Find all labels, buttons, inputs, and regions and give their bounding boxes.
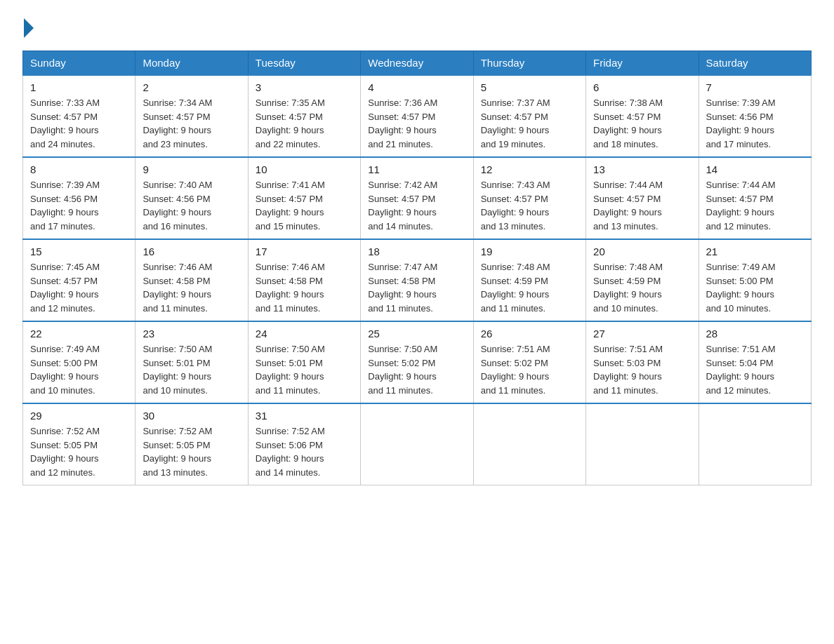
calendar-day-cell: 14 Sunrise: 7:44 AM Sunset: 4:57 PM Dayl… — [699, 157, 811, 239]
day-number: 23 — [143, 328, 240, 340]
day-number: 28 — [706, 328, 804, 340]
calendar-day-cell: 8 Sunrise: 7:39 AM Sunset: 4:56 PM Dayli… — [23, 157, 135, 239]
day-number: 3 — [256, 81, 353, 93]
page-header — [22, 17, 812, 36]
day-number: 18 — [368, 246, 465, 257]
day-info: Sunrise: 7:40 AM Sunset: 4:56 PM Dayligh… — [143, 178, 240, 233]
calendar-day-cell: 21 Sunrise: 7:49 AM Sunset: 5:00 PM Dayl… — [699, 239, 811, 321]
day-info: Sunrise: 7:47 AM Sunset: 4:58 PM Dayligh… — [368, 260, 465, 315]
calendar-day-cell: 16 Sunrise: 7:46 AM Sunset: 4:58 PM Dayl… — [135, 239, 248, 321]
day-number: 14 — [706, 163, 804, 175]
day-info: Sunrise: 7:50 AM Sunset: 5:01 PM Dayligh… — [143, 342, 240, 397]
day-info: Sunrise: 7:46 AM Sunset: 4:58 PM Dayligh… — [143, 260, 240, 315]
day-info: Sunrise: 7:50 AM Sunset: 5:01 PM Dayligh… — [256, 342, 353, 397]
day-number: 2 — [143, 81, 240, 93]
day-info: Sunrise: 7:51 AM Sunset: 5:04 PM Dayligh… — [706, 342, 804, 397]
calendar-day-cell: 2 Sunrise: 7:34 AM Sunset: 4:57 PM Dayli… — [135, 75, 248, 157]
day-info: Sunrise: 7:48 AM Sunset: 4:59 PM Dayligh… — [593, 260, 691, 315]
day-number: 7 — [706, 81, 804, 93]
week-row-2: 8 Sunrise: 7:39 AM Sunset: 4:56 PM Dayli… — [23, 157, 812, 239]
day-info: Sunrise: 7:35 AM Sunset: 4:57 PM Dayligh… — [256, 96, 353, 151]
day-number: 17 — [256, 246, 353, 257]
calendar-day-cell: 22 Sunrise: 7:49 AM Sunset: 5:00 PM Dayl… — [23, 321, 135, 403]
day-info: Sunrise: 7:43 AM Sunset: 4:57 PM Dayligh… — [481, 178, 578, 233]
calendar-day-cell: 5 Sunrise: 7:37 AM Sunset: 4:57 PM Dayli… — [473, 75, 585, 157]
calendar-day-cell: 25 Sunrise: 7:50 AM Sunset: 5:02 PM Dayl… — [361, 321, 473, 403]
calendar-day-cell: 31 Sunrise: 7:52 AM Sunset: 5:06 PM Dayl… — [248, 403, 360, 485]
day-number: 9 — [143, 163, 240, 175]
week-row-1: 1 Sunrise: 7:33 AM Sunset: 4:57 PM Dayli… — [23, 75, 812, 157]
day-number: 12 — [481, 163, 578, 175]
calendar-day-cell: 12 Sunrise: 7:43 AM Sunset: 4:57 PM Dayl… — [473, 157, 585, 239]
day-info: Sunrise: 7:38 AM Sunset: 4:57 PM Dayligh… — [593, 96, 691, 151]
day-number: 20 — [593, 246, 691, 257]
calendar-day-cell: 7 Sunrise: 7:39 AM Sunset: 4:56 PM Dayli… — [699, 75, 811, 157]
calendar-day-cell — [473, 403, 585, 485]
day-number: 24 — [256, 328, 353, 340]
day-info: Sunrise: 7:44 AM Sunset: 4:57 PM Dayligh… — [706, 178, 804, 233]
calendar-day-cell: 1 Sunrise: 7:33 AM Sunset: 4:57 PM Dayli… — [23, 75, 135, 157]
header-friday: Friday — [586, 51, 699, 76]
day-info: Sunrise: 7:51 AM Sunset: 5:02 PM Dayligh… — [481, 342, 578, 397]
calendar-day-cell: 9 Sunrise: 7:40 AM Sunset: 4:56 PM Dayli… — [135, 157, 248, 239]
day-number: 30 — [143, 410, 240, 422]
logo-arrow-icon — [24, 18, 34, 38]
header-sunday: Sunday — [23, 51, 135, 76]
header-tuesday: Tuesday — [248, 51, 360, 76]
calendar-day-cell: 29 Sunrise: 7:52 AM Sunset: 5:05 PM Dayl… — [23, 403, 135, 485]
day-number: 19 — [481, 246, 578, 257]
day-number: 15 — [30, 246, 128, 257]
day-info: Sunrise: 7:42 AM Sunset: 4:57 PM Dayligh… — [368, 178, 465, 233]
calendar-day-cell: 10 Sunrise: 7:41 AM Sunset: 4:57 PM Dayl… — [248, 157, 360, 239]
day-info: Sunrise: 7:50 AM Sunset: 5:02 PM Dayligh… — [368, 342, 465, 397]
calendar-day-cell: 26 Sunrise: 7:51 AM Sunset: 5:02 PM Dayl… — [473, 321, 585, 403]
day-info: Sunrise: 7:46 AM Sunset: 4:58 PM Dayligh… — [256, 260, 353, 315]
day-info: Sunrise: 7:52 AM Sunset: 5:06 PM Dayligh… — [256, 424, 353, 479]
day-info: Sunrise: 7:52 AM Sunset: 5:05 PM Dayligh… — [30, 424, 128, 479]
day-info: Sunrise: 7:48 AM Sunset: 4:59 PM Dayligh… — [481, 260, 578, 315]
day-info: Sunrise: 7:41 AM Sunset: 4:57 PM Dayligh… — [256, 178, 353, 233]
calendar-table: Sunday Monday Tuesday Wednesday Thursday… — [22, 51, 812, 485]
day-number: 27 — [593, 328, 691, 340]
header-monday: Monday — [135, 51, 248, 76]
header-wednesday: Wednesday — [361, 51, 473, 76]
calendar-day-cell — [586, 403, 699, 485]
day-number: 8 — [30, 163, 128, 175]
calendar-day-cell: 15 Sunrise: 7:45 AM Sunset: 4:57 PM Dayl… — [23, 239, 135, 321]
day-info: Sunrise: 7:52 AM Sunset: 5:05 PM Dayligh… — [143, 424, 240, 479]
day-number: 1 — [30, 81, 128, 93]
calendar-day-cell: 4 Sunrise: 7:36 AM Sunset: 4:57 PM Dayli… — [361, 75, 473, 157]
calendar-day-cell: 30 Sunrise: 7:52 AM Sunset: 5:05 PM Dayl… — [135, 403, 248, 485]
calendar-day-cell: 18 Sunrise: 7:47 AM Sunset: 4:58 PM Dayl… — [361, 239, 473, 321]
day-info: Sunrise: 7:44 AM Sunset: 4:57 PM Dayligh… — [593, 178, 691, 233]
day-info: Sunrise: 7:51 AM Sunset: 5:03 PM Dayligh… — [593, 342, 691, 397]
day-info: Sunrise: 7:33 AM Sunset: 4:57 PM Dayligh… — [30, 96, 128, 151]
day-number: 22 — [30, 328, 128, 340]
day-number: 16 — [143, 246, 240, 257]
calendar-day-cell: 13 Sunrise: 7:44 AM Sunset: 4:57 PM Dayl… — [586, 157, 699, 239]
calendar-day-cell: 23 Sunrise: 7:50 AM Sunset: 5:01 PM Dayl… — [135, 321, 248, 403]
day-info: Sunrise: 7:39 AM Sunset: 4:56 PM Dayligh… — [706, 96, 804, 151]
day-number: 13 — [593, 163, 691, 175]
days-of-week-row: Sunday Monday Tuesday Wednesday Thursday… — [23, 51, 812, 76]
week-row-5: 29 Sunrise: 7:52 AM Sunset: 5:05 PM Dayl… — [23, 403, 812, 485]
calendar-day-cell: 11 Sunrise: 7:42 AM Sunset: 4:57 PM Dayl… — [361, 157, 473, 239]
day-info: Sunrise: 7:36 AM Sunset: 4:57 PM Dayligh… — [368, 96, 465, 151]
day-number: 5 — [481, 81, 578, 93]
calendar-day-cell: 24 Sunrise: 7:50 AM Sunset: 5:01 PM Dayl… — [248, 321, 360, 403]
day-number: 6 — [593, 81, 691, 93]
week-row-3: 15 Sunrise: 7:45 AM Sunset: 4:57 PM Dayl… — [23, 239, 812, 321]
calendar-day-cell: 20 Sunrise: 7:48 AM Sunset: 4:59 PM Dayl… — [586, 239, 699, 321]
calendar-day-cell: 27 Sunrise: 7:51 AM Sunset: 5:03 PM Dayl… — [586, 321, 699, 403]
calendar-day-cell — [699, 403, 811, 485]
calendar-day-cell: 3 Sunrise: 7:35 AM Sunset: 4:57 PM Dayli… — [248, 75, 360, 157]
day-info: Sunrise: 7:39 AM Sunset: 4:56 PM Dayligh… — [30, 178, 128, 233]
header-thursday: Thursday — [473, 51, 585, 76]
day-number: 21 — [706, 246, 804, 257]
day-info: Sunrise: 7:49 AM Sunset: 5:00 PM Dayligh… — [30, 342, 128, 397]
day-number: 31 — [256, 410, 353, 422]
day-number: 11 — [368, 163, 465, 175]
day-number: 10 — [256, 163, 353, 175]
calendar-day-cell: 19 Sunrise: 7:48 AM Sunset: 4:59 PM Dayl… — [473, 239, 585, 321]
day-info: Sunrise: 7:37 AM Sunset: 4:57 PM Dayligh… — [481, 96, 578, 151]
